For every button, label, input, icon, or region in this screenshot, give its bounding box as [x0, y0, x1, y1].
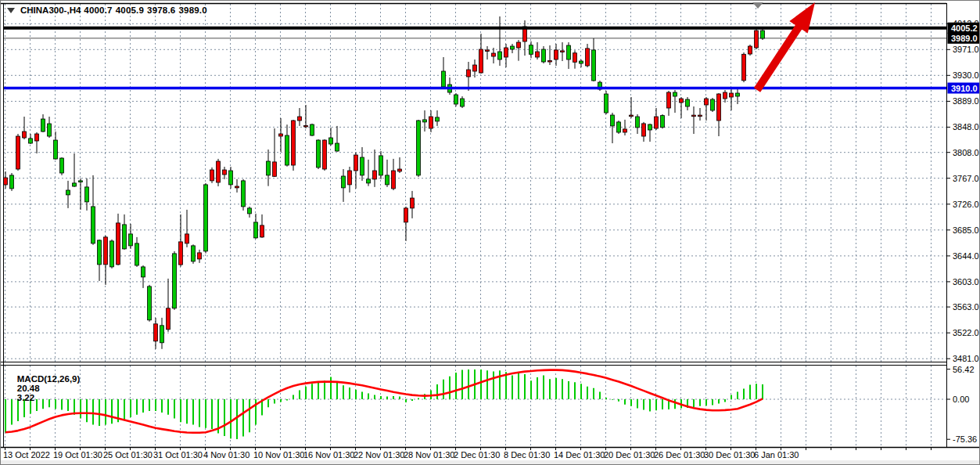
quote-low: 3978.6 [147, 5, 175, 15]
svg-text:-75.36: -75.36 [953, 434, 977, 444]
svg-text:25 Oct 01:30: 25 Oct 01:30 [103, 450, 153, 460]
svg-text:3971.0: 3971.0 [953, 45, 979, 54]
svg-text:10 Nov 01:30: 10 Nov 01:30 [253, 450, 304, 460]
quote-bar: CHINA300-,H4 4000.7 4005.9 3978.6 3989.0 [7, 5, 207, 15]
svg-text:4005.2: 4005.2 [951, 23, 978, 33]
macd-caption: MACD(12,26,9) 20.48 3.22 [7, 365, 80, 412]
svg-text:3644.0: 3644.0 [953, 251, 979, 261]
quote-open: 4000.7 [84, 5, 112, 15]
svg-text:4 Nov 01:30: 4 Nov 01:30 [203, 450, 249, 460]
svg-text:3848.0: 3848.0 [953, 122, 979, 132]
svg-text:13 Oct 2022: 13 Oct 2022 [3, 450, 50, 460]
svg-text:16 Nov 01:30: 16 Nov 01:30 [303, 450, 354, 460]
chart-window: 4012.03971.03930.03889.03848.03808.03767… [0, 0, 980, 465]
svg-text:28 Nov 01:30: 28 Nov 01:30 [404, 450, 454, 460]
macd-signal-value: 3.22 [17, 393, 34, 402]
svg-text:19 Oct 01:30: 19 Oct 01:30 [53, 450, 102, 460]
svg-text:3685.0: 3685.0 [953, 225, 979, 235]
symbol-dropdown-icon [7, 8, 15, 13]
svg-text:3603.0: 3603.0 [953, 277, 979, 287]
svg-text:3481.0: 3481.0 [953, 354, 979, 363]
svg-text:26 Dec 01:30: 26 Dec 01:30 [654, 450, 705, 460]
svg-text:3910.0: 3910.0 [951, 84, 978, 93]
svg-text:6 Jan 01:30: 6 Jan 01:30 [754, 450, 799, 460]
svg-text:3930.0: 3930.0 [953, 70, 979, 80]
svg-text:3989.0: 3989.0 [951, 34, 978, 43]
svg-text:3889.0: 3889.0 [953, 96, 979, 106]
svg-text:14 Dec 01:30: 14 Dec 01:30 [554, 450, 605, 460]
svg-text:56.42: 56.42 [953, 365, 975, 374]
svg-text:3563.0: 3563.0 [953, 302, 979, 312]
chart-canvas[interactable]: 4012.03971.03930.03889.03848.03808.03767… [1, 1, 980, 465]
macd-label: MACD(12,26,9) [17, 374, 81, 384]
svg-text:3522.0: 3522.0 [953, 328, 979, 337]
svg-text:8 Dec 01:30: 8 Dec 01:30 [504, 450, 550, 460]
quote-close: 3989.0 [178, 5, 206, 15]
footer-strip [1, 460, 980, 465]
svg-text:20 Dec 01:30: 20 Dec 01:30 [604, 450, 655, 460]
svg-text:22 Nov 01:30: 22 Nov 01:30 [354, 450, 404, 460]
svg-text:3808.0: 3808.0 [953, 148, 979, 157]
svg-text:31 Oct 01:30: 31 Oct 01:30 [153, 450, 203, 460]
symbol-timeframe: CHINA300-,H4 [20, 5, 81, 15]
svg-text:3726.0: 3726.0 [953, 200, 979, 209]
svg-text:0.00: 0.00 [953, 395, 969, 404]
svg-text:2 Dec 01:30: 2 Dec 01:30 [454, 450, 500, 460]
chart-background [1, 1, 980, 465]
svg-text:3767.0: 3767.0 [953, 174, 979, 183]
macd-value: 20.48 [17, 384, 40, 393]
svg-text:30 Dec 01:30: 30 Dec 01:30 [704, 450, 755, 460]
quote-high: 4005.9 [116, 5, 144, 15]
